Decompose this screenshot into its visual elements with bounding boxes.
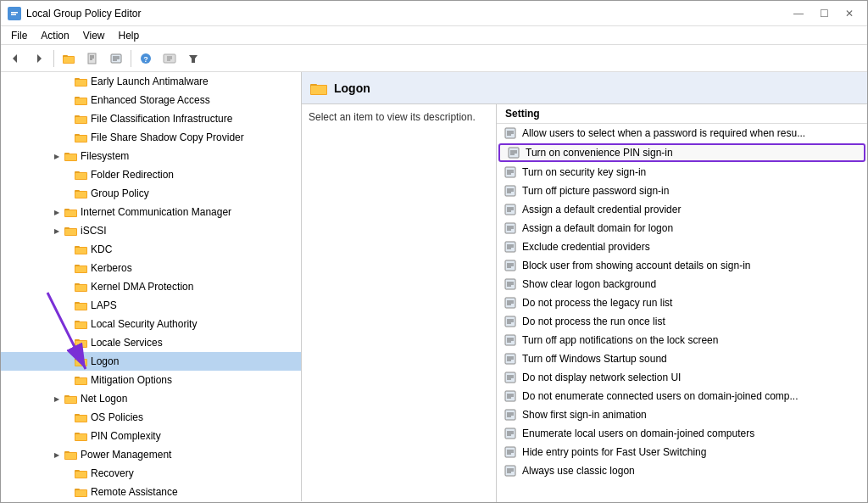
tree-item-recovery[interactable]: ▶ Recovery — [1, 464, 301, 483]
tree-item-net-logon[interactable]: ▶ Net Logon — [1, 389, 301, 408]
toolbar-new[interactable] — [81, 48, 103, 70]
tree-item-early-launch[interactable]: ▶ Early Launch Antimalware — [1, 72, 301, 91]
setting-label-2: Turn on security key sign-in — [522, 166, 646, 178]
setting-classic-logon[interactable]: Always use classic logon — [497, 461, 867, 480]
setting-default-domain[interactable]: Assign a default domain for logon — [497, 219, 867, 238]
setting-icon-9 — [504, 296, 517, 310]
folder-icon-kernel-dma — [74, 280, 87, 293]
setting-label-8: Show clear logon background — [522, 278, 656, 290]
toolbar-forward[interactable] — [28, 48, 50, 70]
tree-item-kerberos[interactable]: ▶ Kerberos — [1, 259, 301, 277]
tree-item-locale-services[interactable]: ▶ Locale Services — [1, 333, 301, 352]
tree-item-laps[interactable]: ▶ LAPS — [1, 296, 301, 315]
setting-security-key[interactable]: Turn on security key sign-in — [497, 163, 867, 182]
tree-item-local-security[interactable]: ▶ Local Security Authority — [1, 315, 301, 333]
setting-label-11: Turn off app notifications on the lock s… — [522, 334, 718, 346]
description-pane: Select an item to view its description. — [302, 104, 497, 502]
tree-label-internet-comm: Internet Communication Manager — [81, 206, 231, 218]
tree-item-kernel-dma[interactable]: ▶ Kernel DMA Protection — [1, 277, 301, 296]
tree-item-os-policies[interactable]: ▶ OS Policies — [1, 408, 301, 427]
tree-item-logon[interactable]: ▶ Logon — [1, 352, 301, 371]
svg-rect-64 — [75, 322, 86, 328]
setting-icon-13 — [504, 371, 517, 384]
svg-rect-0 — [10, 9, 19, 18]
logon-folder-icon — [310, 81, 327, 95]
setting-app-notifications[interactable]: Turn off app notifications on the lock s… — [497, 331, 867, 349]
setting-picture-password[interactable]: Turn off picture password sign-in — [497, 182, 867, 200]
svg-rect-46 — [65, 210, 76, 216]
folder-icon-kdc — [74, 243, 87, 256]
setting-run-once[interactable]: Do not process the run once list — [497, 312, 867, 331]
tree-item-enhanced-storage[interactable]: ▶ Enhanced Storage Access — [1, 91, 301, 109]
tree-item-group-policy[interactable]: ▶ Group Policy — [1, 184, 301, 203]
tree-item-internet-comm[interactable]: ▶ Internet Communication Manager — [1, 203, 301, 221]
setting-startup-sound[interactable]: Turn off Windows Startup sound — [497, 349, 867, 368]
tree-item-file-share[interactable]: ▶ File Share Shadow Copy Provider — [1, 128, 301, 147]
setting-hide-fast-user[interactable]: Hide entry points for Fast User Switchin… — [497, 443, 867, 461]
menu-action[interactable]: Action — [34, 28, 75, 43]
toolbar-properties[interactable] — [105, 48, 127, 70]
svg-text:?: ? — [143, 55, 148, 64]
folder-icon-logon — [74, 355, 87, 368]
window-controls: — ☐ ✕ — [787, 5, 860, 22]
setting-convenience-pin[interactable]: Turn on convenience PIN sign-in — [498, 143, 865, 162]
svg-rect-31 — [75, 117, 86, 123]
close-button[interactable]: ✕ — [838, 5, 860, 22]
setting-icon-16 — [504, 427, 517, 440]
menu-bar: File Action View Help — [1, 26, 867, 45]
svg-rect-28 — [75, 98, 86, 104]
setting-icon-15 — [504, 408, 517, 422]
tree-label-mitigation: Mitigation Options — [91, 374, 172, 386]
setting-enumerate-local[interactable]: Enumerate local users on domain-joined c… — [497, 424, 867, 443]
tree-label-early-launch: Early Launch Antimalware — [91, 75, 209, 87]
toolbar-back[interactable] — [4, 48, 26, 70]
tree-item-remote-assistance[interactable]: ▶ Remote Assistance — [1, 483, 301, 501]
setting-block-user[interactable]: Block user from showing account details … — [497, 256, 867, 275]
tree-item-mitigation[interactable]: ▶ Mitigation Options — [1, 371, 301, 389]
folder-icon-group-policy — [74, 187, 87, 200]
setting-icon-1 — [507, 146, 520, 159]
folder-icon-local-security — [74, 317, 87, 331]
toolbar-browse[interactable] — [58, 48, 80, 70]
svg-rect-79 — [75, 416, 86, 422]
folder-icon-filesystem — [64, 149, 77, 163]
setting-first-signin[interactable]: Show first sign-in animation — [497, 405, 867, 424]
setting-exclude-credential[interactable]: Exclude credential providers — [497, 238, 867, 256]
folder-icon-os-policies — [74, 411, 87, 424]
tree-item-pin-complexity[interactable]: ▶ PIN Complexity — [1, 427, 301, 445]
setting-label-7: Block user from showing account details … — [522, 260, 750, 271]
tree-item-kdc[interactable]: ▶ KDC — [1, 240, 301, 259]
folder-icon-folder-redirection — [74, 168, 87, 182]
tree-label-logon: Logon — [91, 355, 119, 367]
toolbar-export[interactable] — [159, 48, 181, 70]
tree-item-filesystem[interactable]: ▶ Filesystem — [1, 147, 301, 165]
tree-item-power-mgmt[interactable]: ▶ Power Management — [1, 445, 301, 464]
toolbar-help[interactable]: ? — [135, 48, 157, 70]
setting-icon-2 — [504, 165, 517, 179]
tree-item-file-classification[interactable]: ▶ File Classification Infrastructure — [1, 109, 301, 128]
setting-legacy-run[interactable]: Do not process the legacy run list — [497, 293, 867, 312]
svg-rect-52 — [75, 248, 86, 254]
setting-network-selection[interactable]: Do not display network selection UI — [497, 368, 867, 387]
setting-enumerate-connected[interactable]: Do not enumerate connected users on doma… — [497, 387, 867, 405]
tree-label-enhanced-storage: Enhanced Storage Access — [91, 94, 210, 106]
right-panel: Logon Select an item to view its descrip… — [302, 72, 867, 502]
svg-rect-82 — [75, 434, 86, 440]
menu-help[interactable]: Help — [112, 28, 147, 43]
setting-clear-logon[interactable]: Show clear logon background — [497, 275, 867, 293]
tree-item-folder-redirection[interactable]: ▶ Folder Redirection — [1, 165, 301, 184]
toolbar-filter[interactable] — [182, 48, 204, 70]
svg-rect-1 — [11, 12, 18, 14]
setting-allow-users[interactable]: Allow users to select when a password is… — [497, 124, 867, 143]
menu-view[interactable]: View — [76, 28, 112, 43]
maximize-button[interactable]: ☐ — [813, 5, 835, 22]
setting-label-10: Do not process the run once list — [522, 316, 665, 327]
setting-label-17: Hide entry points for Fast User Switchin… — [522, 446, 706, 458]
tree-label-filesystem: Filesystem — [81, 150, 129, 162]
tree-item-iscsi[interactable]: ▶ iSCSI — [1, 221, 301, 240]
svg-marker-22 — [189, 55, 198, 63]
svg-rect-2 — [11, 14, 16, 15]
menu-file[interactable]: File — [4, 28, 34, 43]
minimize-button[interactable]: — — [787, 5, 810, 22]
setting-default-credential[interactable]: Assign a default credential provider — [497, 200, 867, 219]
